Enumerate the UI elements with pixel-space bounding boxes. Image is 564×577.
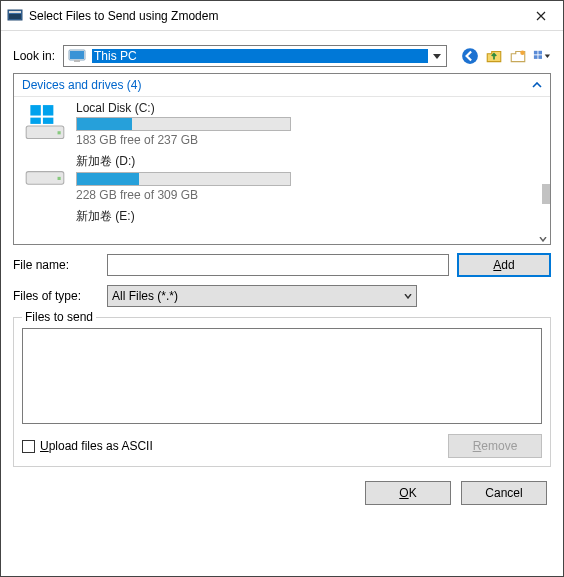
ok-button-label: OK <box>399 486 416 500</box>
drive-item[interactable]: 新加卷 (E:) <box>22 208 550 227</box>
section-collapse-icon[interactable] <box>532 82 542 88</box>
add-button[interactable]: Add <box>457 253 551 277</box>
svg-rect-16 <box>30 118 40 124</box>
app-icon <box>7 8 23 24</box>
dialog-buttons: OK Cancel <box>1 467 563 505</box>
drive-info: Local Disk (C:) 183 GB free of 237 GB <box>76 101 291 147</box>
devices-section-header[interactable]: Devices and drives (4) <box>14 74 550 97</box>
remove-button-label: Remove <box>473 439 518 453</box>
scrollbar-thumb[interactable] <box>542 184 550 204</box>
svg-rect-11 <box>538 55 542 59</box>
svg-rect-10 <box>534 55 538 59</box>
lookin-row: Look in: This PC <box>1 31 563 73</box>
filename-row: File name: Add <box>1 245 563 277</box>
upload-ascii-checkbox[interactable]: Upload files as ASCII <box>22 439 153 453</box>
checkbox-box <box>22 440 35 453</box>
drive-free-text: 183 GB free of 237 GB <box>76 133 291 147</box>
svg-rect-2 <box>9 14 21 19</box>
back-button[interactable] <box>461 47 479 65</box>
group-bottom-row: Upload files as ASCII Remove <box>22 434 542 458</box>
cancel-button[interactable]: Cancel <box>461 481 547 505</box>
svg-rect-13 <box>58 131 61 134</box>
svg-rect-5 <box>74 60 80 62</box>
files-to-send-list[interactable] <box>22 328 542 424</box>
drive-data-icon <box>22 210 68 226</box>
svg-rect-14 <box>30 105 40 115</box>
filetype-row: Files of type: All Files (*.*) <box>1 277 563 307</box>
section-title-suffix: ) <box>137 78 141 92</box>
up-one-level-button[interactable] <box>485 47 503 65</box>
drive-name: 新加卷 (E:) <box>76 208 135 225</box>
scrollbar-down-icon[interactable] <box>539 237 547 242</box>
files-to-send-group: Files to send Upload files as ASCII Remo… <box>13 317 551 467</box>
lookin-drop-icon[interactable] <box>428 46 446 66</box>
window-title: Select Files to Send using Zmodem <box>29 9 518 23</box>
lookin-value: This PC <box>92 49 428 63</box>
lookin-label: Look in: <box>13 49 55 63</box>
svg-rect-1 <box>9 11 21 13</box>
this-pc-icon <box>68 49 88 63</box>
svg-point-7 <box>520 50 525 55</box>
svg-rect-15 <box>43 105 53 115</box>
filetype-combo[interactable]: All Files (*.*) <box>107 285 417 307</box>
svg-rect-8 <box>534 51 538 55</box>
upload-ascii-label: Upload files as ASCII <box>40 439 153 453</box>
devices-section-title: Devices and drives (4) <box>22 78 141 92</box>
drive-info: 新加卷 (D:) 228 GB free of 309 GB <box>76 153 291 202</box>
files-to-send-legend: Files to send <box>22 310 96 324</box>
drive-name: Local Disk (C:) <box>76 101 291 115</box>
drive-free-text: 228 GB free of 309 GB <box>76 188 291 202</box>
lookin-combo[interactable]: This PC <box>63 45 447 67</box>
svg-rect-17 <box>43 118 53 124</box>
drive-info: 新加卷 (E:) <box>76 208 135 227</box>
add-button-label: Add <box>493 258 514 272</box>
svg-rect-19 <box>58 176 61 179</box>
new-folder-button[interactable] <box>509 47 527 65</box>
filetype-label: Files of type: <box>13 289 99 303</box>
cancel-button-label: Cancel <box>485 486 522 500</box>
drive-item[interactable]: Local Disk (C:) 183 GB free of 237 GB <box>22 101 550 147</box>
remove-button[interactable]: Remove <box>448 434 542 458</box>
view-menu-button[interactable] <box>533 47 551 65</box>
file-browser[interactable]: Devices and drives (4) Local Disk (C:) <box>13 73 551 245</box>
svg-point-6 <box>462 48 478 64</box>
drive-item[interactable]: 新加卷 (D:) 228 GB free of 309 GB <box>22 153 550 202</box>
toolbar-icons <box>461 47 551 65</box>
svg-rect-9 <box>538 51 542 55</box>
drive-list: Local Disk (C:) 183 GB free of 237 GB 新加… <box>14 97 550 227</box>
drive-system-icon <box>22 104 68 144</box>
chevron-down-icon <box>404 294 412 299</box>
ok-button[interactable]: OK <box>365 481 451 505</box>
filetype-value: All Files (*.*) <box>112 289 178 303</box>
drive-name: 新加卷 (D:) <box>76 153 291 170</box>
svg-rect-4 <box>70 51 84 59</box>
drive-usage-bar <box>76 117 291 131</box>
filename-input[interactable] <box>107 254 449 276</box>
title-bar: Select Files to Send using Zmodem <box>1 1 563 31</box>
drive-usage-bar <box>76 172 291 186</box>
drive-data-icon <box>22 158 68 198</box>
close-button[interactable] <box>518 1 563 31</box>
section-title-prefix: Devices and drives ( <box>22 78 131 92</box>
filename-label: File name: <box>13 258 99 272</box>
